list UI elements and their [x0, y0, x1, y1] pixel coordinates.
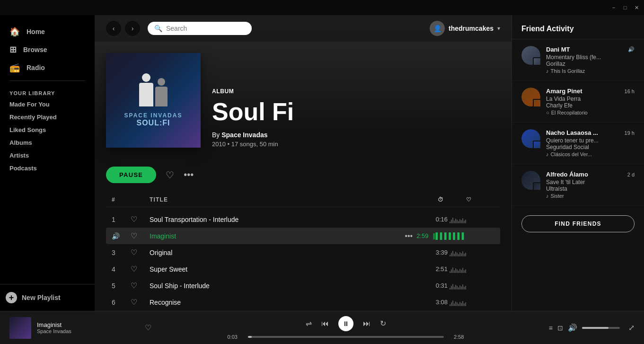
playlist-name: El Recopilatorio [551, 110, 588, 115]
album-artist: By Space Invadas [212, 131, 500, 139]
shuffle-button[interactable]: ⇌ [306, 319, 312, 328]
album-controls: PAUSE ♡ ••• [95, 157, 512, 193]
maximize-button[interactable]: □ [621, 4, 629, 11]
playlist-icon: ♪ [546, 68, 549, 74]
close-button[interactable]: ✕ [633, 4, 640, 11]
track-number: 4 [112, 265, 131, 273]
friend-avatar [521, 88, 540, 106]
expand-button[interactable]: ⤢ [628, 323, 635, 332]
track-heart-icon[interactable]: ♡ [131, 265, 150, 273]
track-heart-icon[interactable]: ♡ [131, 281, 150, 290]
playlist-icon: ♪ [546, 151, 549, 157]
user-area[interactable]: 👤 thedrumcakes ▾ [430, 21, 500, 36]
track-title: Original [150, 249, 438, 256]
album-header: SPACE INVADAS SOUL:FI ALBUM Soul Fi By S… [95, 42, 512, 157]
sidebar-item-label-radio: Radio [26, 64, 45, 71]
friend-info: Alfredo Álamo 2 d Save It 'til Later Ult… [546, 171, 635, 199]
heart-button[interactable]: ♡ [166, 169, 174, 181]
sidebar-item-radio[interactable]: 📻 Radio [4, 59, 91, 77]
forward-button[interactable]: › [125, 21, 140, 36]
now-playing: Imaginist Space Invadas ♡ [9, 317, 151, 339]
track-row[interactable]: 6♡Recognise 3:08 [106, 294, 500, 310]
sidebar-item-browse[interactable]: ⊞ Browse [4, 41, 91, 59]
friend-avatar [521, 129, 540, 148]
track-waveform: •••2:59 ‖▌▌▌▌▌▌▌ [438, 232, 466, 240]
track-more-icon[interactable]: ••• [405, 232, 413, 240]
nav-arrows: ‹ › [106, 21, 140, 36]
minimize-button[interactable]: − [610, 4, 618, 11]
progress-track[interactable] [248, 336, 444, 338]
new-playlist-button[interactable]: + New Playlist [6, 292, 89, 303]
progress-fill [248, 336, 252, 338]
sidebar-item-made-for-you[interactable]: Made For You [4, 98, 91, 111]
artist-link[interactable]: Space Invadas [221, 131, 267, 139]
find-friends-button[interactable]: FIND FRIENDS [521, 215, 635, 232]
track-list-header: # TITLE ⏱ ♡ [106, 193, 500, 207]
search-icon: 🔍 [154, 25, 162, 32]
sidebar: 🏠 Home ⊞ Browse 📻 Radio YOUR LIBRARY Mad… [0, 15, 95, 311]
now-playing-info: Imaginist Space Invadas [37, 321, 135, 334]
radio-icon: 📻 [9, 62, 20, 73]
more-options-button[interactable]: ••• [184, 169, 194, 180]
album-meta: 2010 • 17 songs, 50 min [212, 141, 500, 148]
search-bar[interactable]: 🔍 [148, 22, 252, 35]
friend-info: Amarg Pinet 16 h La Vida Perra Charly Ef… [546, 88, 635, 115]
plus-circle-icon: + [6, 292, 17, 303]
track-list: # TITLE ⏱ ♡ 1♡Soul Transportation - Inte… [95, 193, 512, 311]
track-heart-icon[interactable]: ♡ [131, 298, 150, 307]
back-button[interactable]: ‹ [106, 21, 121, 36]
volume-controls: ≡ ⊡ 🔊 ⤢ [540, 323, 635, 332]
friend-item[interactable]: Dani MT 🔊 Momentary Bliss (fe... Gorilla… [512, 39, 644, 81]
playlist-name: Sister [551, 193, 564, 199]
track-waveform: 3:39 [438, 249, 466, 256]
friend-album-thumb [533, 57, 541, 66]
next-button[interactable]: ⏭ [363, 319, 371, 328]
friend-song: Save It 'til Later [546, 179, 635, 185]
sidebar-item-recently-played[interactable]: Recently Played [4, 111, 91, 123]
play-pause-button[interactable]: ⏸ [338, 316, 353, 331]
home-icon: 🏠 [9, 26, 20, 37]
friend-name: Dani MT [546, 46, 570, 53]
col-number: # [112, 196, 131, 203]
friend-item[interactable]: Nacho Lasaosa ... 19 h Quiero tener tu p… [512, 123, 644, 164]
track-heart-icon[interactable]: ♡ [131, 231, 150, 240]
track-row[interactable]: 5♡Soul Ship - Interlude 0:31 [106, 277, 500, 294]
volume-track[interactable] [582, 327, 620, 329]
player-controls: ⇌ ⏮ ⏸ ⏭ ↻ 0:03 2:58 [151, 316, 540, 340]
track-number: 3 [112, 249, 131, 256]
album-art-text: SPACE INVADAS [124, 112, 183, 119]
library-section-label: YOUR LIBRARY [4, 85, 91, 98]
pause-button[interactable]: PAUSE [106, 167, 156, 183]
track-row[interactable]: 1♡Soul Transportation - Interlude 0:16 [106, 211, 500, 228]
volume-button[interactable]: 🔊 [568, 323, 577, 332]
sidebar-item-artists[interactable]: Artists [4, 149, 91, 162]
track-row[interactable]: 🔊♡Imaginist•••2:59 ‖▌▌▌▌▌▌▌ [106, 228, 500, 244]
device-button[interactable]: ⊡ [557, 324, 563, 332]
track-row[interactable]: 4♡Super Sweet 2:51 [106, 261, 500, 277]
album-info: ALBUM Soul Fi By Space Invadas 2010 • 17… [212, 88, 500, 148]
sidebar-item-liked-songs[interactable]: Liked Songs [4, 123, 91, 136]
queue-button[interactable]: ≡ [549, 324, 553, 332]
search-input[interactable] [166, 25, 245, 32]
track-row[interactable]: 3♡Original 3:39 [106, 244, 500, 261]
friend-item[interactable]: Amarg Pinet 16 h La Vida Perra Charly Ef… [512, 81, 644, 123]
sidebar-item-albums[interactable]: Albums [4, 136, 91, 149]
browse-icon: ⊞ [9, 44, 17, 55]
track-heart-icon[interactable]: ♡ [131, 215, 150, 224]
track-title: Soul Transportation - Interlude [150, 216, 438, 223]
track-waveform: 0:31 [438, 282, 466, 290]
sidebar-item-podcasts[interactable]: Podcasts [4, 162, 91, 175]
track-heart-icon[interactable]: ♡ [131, 248, 150, 257]
control-buttons: ⇌ ⏮ ⏸ ⏭ ↻ [306, 316, 386, 331]
friend-item[interactable]: Alfredo Álamo 2 d Save It 'til Later Ult… [512, 164, 644, 206]
now-playing-title: Imaginist [37, 321, 135, 328]
track-number: 5 [112, 282, 131, 290]
previous-button[interactable]: ⏮ [321, 319, 329, 328]
now-playing-heart[interactable]: ♡ [145, 323, 151, 332]
track-number: 6 [112, 299, 131, 306]
track-number: 🔊 [112, 232, 131, 240]
volume-fill [582, 327, 609, 329]
track-waveform: 2:51 [438, 265, 466, 273]
sidebar-item-home[interactable]: 🏠 Home [4, 23, 91, 41]
repeat-button[interactable]: ↻ [380, 319, 386, 328]
